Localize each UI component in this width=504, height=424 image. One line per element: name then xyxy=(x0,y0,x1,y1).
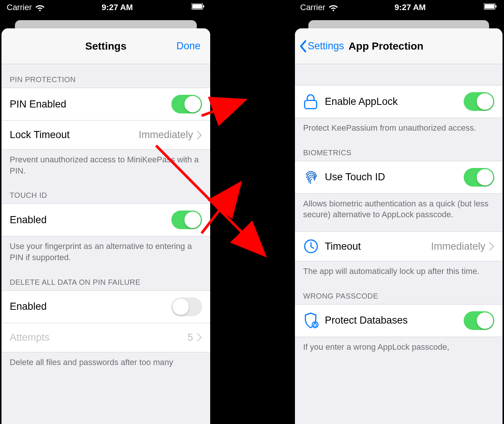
attempts-value: 5 xyxy=(187,332,193,343)
clock-icon xyxy=(303,238,319,254)
section-header-touchid: TOUCH ID xyxy=(1,180,210,203)
sheet-background-card xyxy=(15,20,197,28)
toggle-protect-databases[interactable] xyxy=(464,311,494,330)
nav-title: Settings xyxy=(9,40,203,52)
status-bar: Carrier 9:27 AM xyxy=(0,0,212,15)
settings-sheet: Settings Done PIN PROTECTION PIN Enabled… xyxy=(1,28,210,424)
wifi-icon xyxy=(35,3,44,12)
chevron-right-icon xyxy=(197,131,202,140)
done-button[interactable]: Done xyxy=(176,40,200,52)
touchid-enabled-label: Enabled xyxy=(10,214,171,226)
attempts-label: Attempts xyxy=(10,332,187,343)
section-footer-touchid: Use your fingerprint as an alternative t… xyxy=(1,236,210,266)
svg-rect-5 xyxy=(495,5,497,7)
section-footer-timeout: The app will automatically lock up after… xyxy=(295,261,503,281)
section-header-delete: DELETE ALL DATA ON PIN FAILURE xyxy=(1,267,210,290)
wifi-icon xyxy=(329,3,338,12)
app-protection-content: Enable AppLock Protect KeePassium from u… xyxy=(295,64,503,424)
phone-left: Carrier 9:27 AM Settings Done PIN PROTEC… xyxy=(0,0,212,424)
row-touchid-enabled[interactable]: Enabled xyxy=(1,203,210,236)
status-bar: Carrier 9:27 AM xyxy=(293,0,504,15)
carrier-label: Carrier xyxy=(7,3,32,12)
settings-content: PIN PROTECTION PIN Enabled Lock Timeout … xyxy=(1,64,210,424)
lock-icon xyxy=(303,93,318,110)
chevron-right-icon xyxy=(197,333,202,342)
chevron-right-icon xyxy=(489,242,494,251)
toggle-use-touchid[interactable] xyxy=(464,168,494,187)
svg-rect-4 xyxy=(485,4,494,9)
row-protect-databases[interactable]: Protect Databases xyxy=(295,304,503,337)
section-footer-applock: Protect KeePassium from unauthorized acc… xyxy=(295,118,503,137)
pin-enabled-label: PIN Enabled xyxy=(10,99,171,110)
battery-icon xyxy=(482,3,497,12)
row-timeout[interactable]: Timeout Immediately xyxy=(295,231,503,261)
status-time: 9:27 AM xyxy=(44,3,190,12)
lock-timeout-value: Immediately xyxy=(139,129,193,141)
row-use-touchid[interactable]: Use Touch ID xyxy=(295,161,503,194)
shield-lock-icon xyxy=(303,312,320,329)
row-lock-timeout[interactable]: Lock Timeout Immediately xyxy=(1,121,210,150)
phone-right: Carrier 9:27 AM Settings App Protection … xyxy=(293,0,504,424)
toggle-pin-enabled[interactable] xyxy=(171,95,202,113)
svg-rect-6 xyxy=(305,100,317,109)
section-footer-biometrics: Allows biometric authentication as a qui… xyxy=(295,194,503,224)
use-touchid-label: Use Touch ID xyxy=(325,171,464,183)
nav-bar: Settings Done xyxy=(1,28,210,64)
app-protection-sheet: Settings App Protection Enable AppLock P… xyxy=(295,28,503,424)
section-footer-wrong-passcode: If you enter a wrong AppLock passcode, xyxy=(295,337,503,356)
toggle-enable-applock[interactable] xyxy=(464,92,494,111)
fingerprint-icon xyxy=(303,169,319,185)
svg-rect-1 xyxy=(192,4,202,9)
nav-title: App Protection xyxy=(349,40,424,52)
protect-databases-label: Protect Databases xyxy=(325,315,464,326)
battery-icon xyxy=(190,3,205,12)
section-footer-delete: Delete all files and passwords after too… xyxy=(1,352,210,372)
row-enable-applock[interactable]: Enable AppLock xyxy=(295,85,503,118)
back-button[interactable]: Settings xyxy=(299,40,344,53)
carrier-label: Carrier xyxy=(300,3,325,12)
delete-enabled-label: Enabled xyxy=(10,301,171,312)
row-pin-enabled[interactable]: PIN Enabled xyxy=(1,88,210,121)
enable-applock-label: Enable AppLock xyxy=(325,96,464,107)
nav-bar: Settings App Protection xyxy=(295,28,503,64)
sheet-background-card xyxy=(308,20,489,28)
section-header-biometrics: BIOMETRICS xyxy=(295,137,503,161)
row-attempts[interactable]: Attempts 5 xyxy=(1,323,210,352)
lock-timeout-label: Lock Timeout xyxy=(10,129,139,141)
chevron-left-icon xyxy=(299,40,307,53)
toggle-touchid-enabled[interactable] xyxy=(171,211,202,229)
back-label: Settings xyxy=(308,40,344,52)
section-header-pin: PIN PROTECTION xyxy=(1,64,210,88)
svg-rect-2 xyxy=(203,5,204,7)
timeout-value: Immediately xyxy=(431,241,485,252)
section-footer-pin: Prevent unauthorized access to MiniKeePa… xyxy=(1,150,210,180)
toggle-delete-enabled[interactable] xyxy=(171,297,202,316)
section-header-wrong-passcode: WRONG PASSCODE xyxy=(295,281,503,304)
status-time: 9:27 AM xyxy=(338,3,482,12)
timeout-label: Timeout xyxy=(325,241,431,252)
row-delete-enabled[interactable]: Enabled xyxy=(1,290,210,323)
